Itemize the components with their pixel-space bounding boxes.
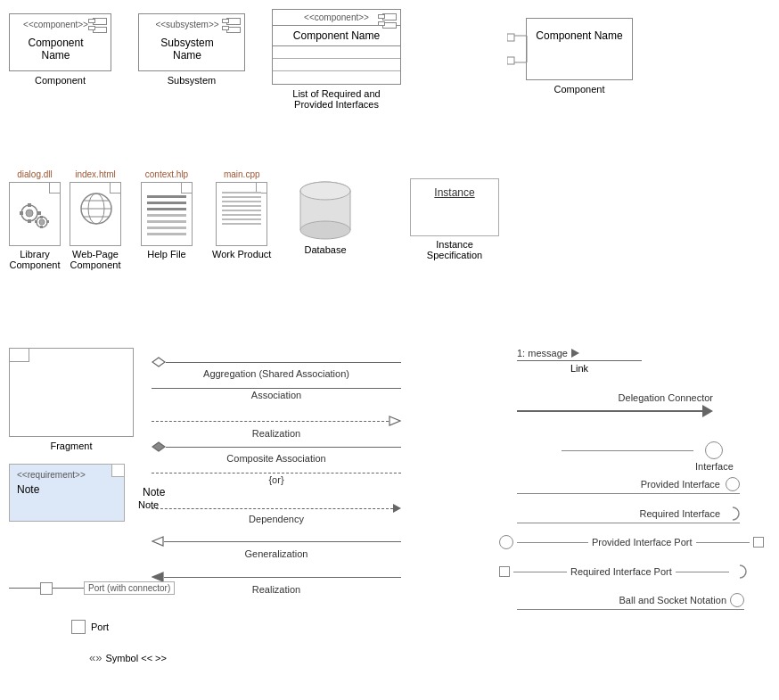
fragment-item: Fragment bbox=[9, 348, 134, 451]
interface-item: Interface bbox=[695, 441, 734, 472]
ball-socket-notation: Ball and Socket Notation bbox=[517, 593, 744, 610]
port-connector-label: Port (with connector) bbox=[84, 581, 175, 595]
association-connector: Association bbox=[152, 388, 401, 400]
delegation-connector: Delegation Connector bbox=[517, 392, 713, 417]
link-connector: 1: message Link bbox=[517, 348, 642, 374]
help-filename: context.hlp bbox=[145, 169, 188, 179]
webpage-label: Web-PageComponent bbox=[70, 249, 121, 270]
port-label: Port bbox=[91, 622, 109, 632]
comp1-stereotype: <<component>> bbox=[17, 20, 94, 29]
instance-label: InstanceSpecification bbox=[427, 239, 482, 260]
comp2-name: Subsystem Name bbox=[146, 37, 228, 62]
svg-marker-29 bbox=[390, 416, 400, 425]
interface-label: Interface bbox=[695, 461, 734, 472]
component-3-interfaces: <<component>> Component Name List of Req… bbox=[272, 9, 401, 110]
svg-marker-31 bbox=[152, 537, 163, 546]
svg-rect-10 bbox=[37, 211, 41, 215]
comp1-name: Component Name bbox=[17, 37, 94, 62]
comp3-label: List of Required andProvided Interfaces bbox=[272, 88, 401, 110]
library-label: LibraryComponent bbox=[10, 249, 61, 270]
svg-rect-14 bbox=[40, 226, 43, 228]
svg-marker-30 bbox=[152, 442, 165, 451]
svg-rect-3 bbox=[507, 34, 514, 41]
provided-port-label: Provided Interface Port bbox=[592, 537, 693, 548]
composite-label: Composite Association bbox=[226, 453, 325, 464]
svg-point-26 bbox=[300, 221, 350, 239]
aggregation-label: Aggregation (Shared Association) bbox=[203, 368, 349, 379]
half-circle-right-icon bbox=[733, 564, 747, 579]
required-interface-port: Required Interface Port bbox=[499, 564, 747, 579]
provided-interface-port: Provided Interface Port bbox=[499, 535, 764, 549]
note-side-label: Note bbox=[143, 486, 165, 498]
svg-rect-9 bbox=[20, 211, 23, 215]
composite-connector: Composite Association bbox=[152, 441, 401, 464]
svg-marker-28 bbox=[152, 358, 165, 366]
work-label: Work Product bbox=[212, 249, 271, 259]
note-text: Note bbox=[17, 483, 117, 496]
comp4-label: Component bbox=[526, 84, 633, 95]
component-2-subsystem: <<subsystem>> Subsystem Name Subsystem bbox=[138, 13, 245, 86]
comp2-label: Subsystem bbox=[138, 75, 245, 86]
open-diamond-icon bbox=[152, 357, 166, 367]
ball-socket-label: Ball and Socket Notation bbox=[619, 595, 726, 605]
realization2-connector: Realization bbox=[152, 571, 401, 595]
library-filename: dialog.dll bbox=[17, 169, 52, 179]
required-interface: Required Interface bbox=[517, 506, 740, 523]
link-message-label: 1: message bbox=[517, 348, 568, 358]
realization2-label: Realization bbox=[252, 584, 300, 595]
work-product: main.cpp Work Product bbox=[212, 169, 271, 259]
required-label: Required Interface bbox=[640, 508, 721, 519]
web-icon bbox=[78, 190, 115, 227]
svg-rect-15 bbox=[35, 220, 37, 223]
half-circle-icon bbox=[726, 506, 740, 521]
svg-rect-7 bbox=[28, 203, 31, 207]
webpage-component: index.html Web-PageComponent bbox=[70, 169, 121, 270]
open-arrow-icon bbox=[389, 415, 401, 427]
gear-icon bbox=[13, 194, 58, 238]
comp4-name: Component Name bbox=[536, 29, 623, 42]
port-with-connector: Port (with connector) bbox=[9, 581, 175, 595]
database-label: Database bbox=[304, 244, 346, 255]
realization-label: Realization bbox=[252, 428, 300, 439]
interface-line bbox=[562, 450, 693, 451]
component-1: <<component>> Component Name Component bbox=[9, 13, 111, 86]
svg-rect-8 bbox=[28, 219, 31, 223]
fragment-label: Fragment bbox=[9, 441, 134, 451]
component-4-socket: Component Name Component bbox=[526, 18, 633, 95]
comp1-label: Component bbox=[9, 75, 111, 86]
or-label: {or} bbox=[268, 474, 283, 485]
comp2-stereotype: <<subsystem>> bbox=[146, 20, 228, 29]
diagram-canvas: <<component>> Component Name Component <… bbox=[0, 0, 779, 700]
instance-name: Instance bbox=[434, 186, 474, 199]
comp3-name: Component Name bbox=[273, 26, 400, 46]
provided-interface: Provided Interface bbox=[517, 477, 740, 494]
svg-point-27 bbox=[300, 182, 350, 200]
help-label: Help File bbox=[147, 249, 185, 259]
svg-point-12 bbox=[39, 219, 45, 225]
svg-rect-4 bbox=[507, 57, 514, 64]
realization-connector: Realization bbox=[152, 415, 401, 439]
help-file: context.hlp Help File bbox=[141, 169, 193, 259]
port-item: Port bbox=[71, 620, 109, 634]
symbol-label: Symbol << >> bbox=[105, 653, 167, 663]
aggregation-connector: Aggregation (Shared Association) bbox=[152, 357, 401, 379]
socket-svg bbox=[507, 27, 529, 71]
dependency-label: Dependency bbox=[249, 514, 304, 524]
svg-point-6 bbox=[26, 210, 33, 217]
note-item: <<requirement>> Note Note bbox=[9, 464, 159, 510]
required-port-label: Required Interface Port bbox=[570, 566, 672, 577]
generalization-label: Generalization bbox=[245, 548, 308, 559]
or-connector: {or} bbox=[152, 473, 401, 485]
instance-spec: Instance InstanceSpecification bbox=[410, 178, 499, 260]
filled-diamond-icon bbox=[152, 441, 166, 452]
svg-rect-16 bbox=[46, 220, 49, 223]
webpage-filename: index.html bbox=[75, 169, 116, 179]
provided-label: Provided Interface bbox=[641, 479, 720, 490]
database: Database bbox=[294, 178, 357, 255]
association-label: Association bbox=[251, 390, 301, 400]
work-filename: main.cpp bbox=[224, 169, 260, 179]
generalization-connector: Generalization bbox=[152, 535, 401, 559]
link-label: Link bbox=[517, 363, 642, 374]
svg-marker-32 bbox=[152, 572, 163, 581]
library-component: dialog.dll LibraryComponent bbox=[9, 169, 61, 270]
